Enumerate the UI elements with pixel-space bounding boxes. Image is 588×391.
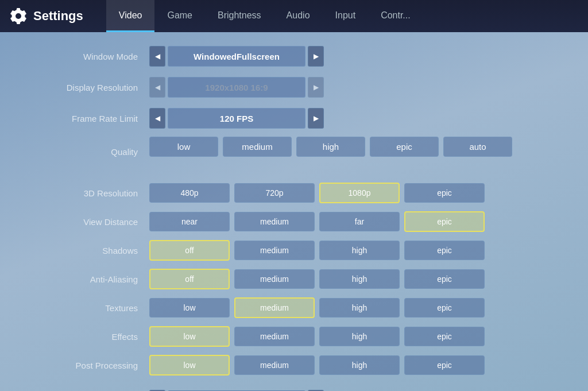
quality-auto[interactable]: auto xyxy=(443,137,512,157)
aa-high[interactable]: high xyxy=(319,269,400,289)
effects-row: Effects low medium high epic xyxy=(34,324,565,349)
quality-medium[interactable]: medium xyxy=(223,137,292,157)
display-resolution-control: ◀ 1920x1080 16:9 ▶ xyxy=(149,77,324,98)
vd-medium[interactable]: medium xyxy=(234,212,315,231)
quality-high[interactable]: high xyxy=(296,137,365,157)
header: Settings Video Game Brightness Audio Inp… xyxy=(0,0,588,32)
vd-near[interactable]: near xyxy=(149,212,230,231)
window-mode-prev[interactable]: ◀ xyxy=(149,46,165,67)
quality-label: Quality xyxy=(34,147,149,157)
shadows-high[interactable]: high xyxy=(319,241,400,260)
view-distance-label: View Distance xyxy=(34,217,149,227)
window-mode-value: WindowedFullscreen xyxy=(168,46,305,67)
frame-rate-next[interactable]: ▶ xyxy=(308,108,324,129)
resolution-3d-row: 3D Resolution 480p 720p 1080p epic xyxy=(34,181,565,205)
display-resolution-value: 1920x1080 16:9 xyxy=(168,77,305,98)
quality-row: Quality low medium high epic auto xyxy=(34,137,565,167)
window-mode-next[interactable]: ▶ xyxy=(308,46,324,67)
tab-brightness[interactable]: Brightness xyxy=(205,0,274,32)
window-mode-label: Window Mode xyxy=(34,52,149,61)
res3d-720p[interactable]: 720p xyxy=(234,183,315,203)
eff-high[interactable]: high xyxy=(319,327,400,346)
aa-epic[interactable]: epic xyxy=(404,269,485,289)
vd-far[interactable]: far xyxy=(319,212,400,231)
frame-rate-prev[interactable]: ◀ xyxy=(149,108,165,129)
tab-video[interactable]: Video xyxy=(106,0,155,32)
effects-label: Effects xyxy=(34,332,149,342)
pp-epic[interactable]: epic xyxy=(404,355,485,375)
res3d-480p[interactable]: 480p xyxy=(149,183,230,203)
tex-epic[interactable]: epic xyxy=(404,298,485,318)
display-resolution-label: Display Resolution xyxy=(34,83,149,92)
shadows-medium[interactable]: medium xyxy=(234,241,315,260)
tex-low[interactable]: low xyxy=(149,298,230,318)
pp-medium[interactable]: medium xyxy=(234,355,315,375)
anti-aliasing-row: Anti-Aliasing off medium high epic xyxy=(34,267,565,291)
frame-rate-label: Frame Rate Limit xyxy=(34,114,149,123)
res3d-1080p[interactable]: 1080p xyxy=(319,183,400,203)
pp-high[interactable]: high xyxy=(319,355,400,375)
tex-high[interactable]: high xyxy=(319,298,400,318)
nav-tabs: Video Game Brightness Audio Input Contr.… xyxy=(106,0,423,32)
textures-label: Textures xyxy=(34,303,149,313)
tex-medium[interactable]: medium xyxy=(234,297,315,318)
tab-input[interactable]: Input xyxy=(323,0,369,32)
shadows-epic[interactable]: epic xyxy=(404,241,485,260)
display-resolution-row: Display Resolution ◀ 1920x1080 16:9 ▶ xyxy=(34,75,565,100)
anti-aliasing-label: Anti-Aliasing xyxy=(34,274,149,284)
shadows-off[interactable]: off xyxy=(149,240,230,261)
tab-controller[interactable]: Contr... xyxy=(368,0,423,32)
post-processing-row: Post Processing low medium high epic xyxy=(34,353,565,377)
shadows-label: Shadows xyxy=(34,246,149,255)
display-resolution-next[interactable]: ▶ xyxy=(308,77,324,98)
view-distance-row: View Distance near medium far epic xyxy=(34,210,565,234)
post-processing-label: Post Processing xyxy=(34,361,149,370)
quality-low[interactable]: low xyxy=(149,137,218,157)
aa-medium[interactable]: medium xyxy=(234,269,315,289)
textures-row: Textures low medium high epic xyxy=(34,296,565,320)
shadows-row: Shadows off medium high epic xyxy=(34,238,565,262)
settings-content: Window Mode ◀ WindowedFullscreen ▶ Displ… xyxy=(0,32,588,391)
vd-epic[interactable]: epic xyxy=(404,211,485,232)
resolution-3d-label: 3D Resolution xyxy=(34,188,149,198)
pp-low[interactable]: low xyxy=(149,355,230,375)
aa-off[interactable]: off xyxy=(149,269,230,289)
quality-epic[interactable]: epic xyxy=(370,137,439,157)
tab-audio[interactable]: Audio xyxy=(274,0,323,32)
app-logo: Settings xyxy=(9,7,83,25)
tab-game[interactable]: Game xyxy=(154,0,205,32)
frame-rate-control: ◀ 120 FPS ▶ xyxy=(149,108,324,129)
window-mode-control: ◀ WindowedFullscreen ▶ xyxy=(149,46,324,67)
quality-buttons: low medium high epic auto xyxy=(149,137,512,157)
frame-rate-value: 120 FPS xyxy=(168,108,305,129)
eff-epic[interactable]: epic xyxy=(404,327,485,346)
res3d-epic[interactable]: epic xyxy=(404,183,485,203)
eff-low[interactable]: low xyxy=(149,326,230,347)
app-title: Settings xyxy=(33,9,83,24)
display-resolution-prev[interactable]: ◀ xyxy=(149,77,165,98)
eff-medium[interactable]: medium xyxy=(234,327,315,346)
gear-icon xyxy=(9,7,28,25)
frame-rate-row: Frame Rate Limit ◀ 120 FPS ▶ xyxy=(34,106,565,131)
window-mode-row: Window Mode ◀ WindowedFullscreen ▶ xyxy=(34,44,565,69)
